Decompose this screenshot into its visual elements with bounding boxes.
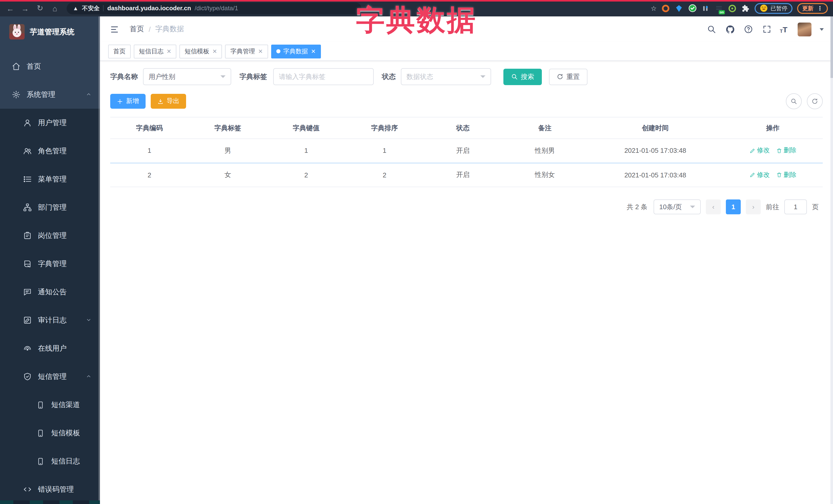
refresh-button[interactable] — [807, 93, 823, 109]
extension-icon[interactable] — [728, 4, 737, 13]
sidebar-item-home[interactable]: 首页 — [0, 52, 100, 80]
tab-home[interactable]: 首页 — [108, 44, 131, 58]
tab-label: 短信日志 — [139, 47, 164, 56]
home-icon — [11, 62, 21, 71]
profile-chip[interactable]: 已暂停 — [755, 3, 792, 14]
edit-link[interactable]: 修改 — [749, 146, 770, 155]
delete-link[interactable]: 删除 — [776, 170, 796, 179]
code-icon — [23, 485, 32, 494]
sidebar-item-system[interactable]: 系统管理 — [0, 80, 100, 109]
extensions-puzzle-icon[interactable] — [741, 4, 750, 13]
cell-actions: 修改删除 — [723, 163, 823, 187]
logo[interactable]: 芋道管理系统 — [0, 17, 100, 47]
hamburger-icon[interactable] — [109, 24, 120, 34]
sidebar-bottom-scrollbar[interactable] — [0, 500, 100, 504]
delete-link[interactable]: 删除 — [776, 146, 796, 155]
breadcrumb-home[interactable]: 首页 — [130, 25, 144, 34]
close-icon[interactable]: ✕ — [258, 48, 263, 55]
dict-label-input[interactable] — [279, 73, 368, 80]
goto-page-input[interactable] — [784, 199, 807, 214]
sidebar-item-error-code[interactable]: 错误码管理 — [0, 475, 100, 503]
sidebar-item-sms[interactable]: 短信管理 — [0, 362, 100, 391]
breadcrumb-current: 字典数据 — [155, 25, 184, 34]
dict-name-value: 用户性别 — [149, 72, 175, 81]
app-title: 芋道管理系统 — [30, 27, 74, 37]
sidebar-item-notices[interactable]: 通知公告 — [0, 278, 100, 306]
help-icon[interactable] — [743, 25, 754, 34]
sidebar-item-label: 用户管理 — [38, 118, 92, 127]
forward-icon[interactable]: → — [20, 4, 30, 13]
back-icon[interactable]: ← — [5, 4, 15, 13]
tab-sms-log[interactable]: 短信日志 ✕ — [134, 44, 176, 58]
security-label[interactable]: 不安全 — [82, 4, 100, 12]
plus-icon — [117, 98, 123, 104]
sidebar-item-users[interactable]: 用户管理 — [0, 109, 100, 137]
sidebar-item-posts[interactable]: 岗位管理 — [0, 221, 100, 250]
sidebar-item-menus[interactable]: 菜单管理 — [0, 165, 100, 193]
search-button[interactable]: 搜索 — [503, 68, 542, 85]
fullscreen-icon[interactable] — [761, 25, 773, 34]
extension-icon[interactable] — [688, 4, 697, 13]
status-select[interactable]: 数据状态 — [401, 68, 491, 85]
page-size-select[interactable]: 10条/页 — [653, 199, 701, 214]
table-row[interactable]: 2 女 2 2 开启 性别女 2021-01-05 17:03:48 修改删除 — [110, 163, 823, 187]
sidebar-item-departments[interactable]: 部门管理 — [0, 193, 100, 221]
export-button[interactable]: 导出 — [151, 94, 186, 109]
edit-link[interactable]: 修改 — [749, 170, 770, 179]
dict-name-select[interactable]: 用户性别 — [143, 68, 231, 85]
table-row[interactable]: 1 男 1 1 开启 性别男 2021-01-05 17:03:48 修改删除 — [110, 139, 823, 163]
cell-remark: 性别男 — [502, 139, 588, 163]
address-bar[interactable]: ▲ 不安全 dashboard.yudao.iocoder.cn/dict/ty… — [67, 2, 361, 14]
toggle-search-button[interactable] — [786, 93, 802, 109]
current-page-button[interactable]: 1 — [726, 199, 741, 214]
next-page-button[interactable]: › — [746, 199, 761, 214]
pencil-icon — [749, 172, 755, 178]
home-nav-icon[interactable]: ⌂ — [50, 4, 60, 13]
dict-label-input-wrap — [273, 68, 374, 85]
prev-page-button[interactable]: ‹ — [706, 199, 721, 214]
add-button[interactable]: 新增 — [110, 94, 146, 109]
close-icon[interactable]: ✕ — [311, 48, 315, 55]
column-header: 创建时间 — [588, 117, 723, 139]
sidebar-item-dict[interactable]: 字典管理 — [0, 250, 100, 278]
reset-button[interactable]: 重置 — [549, 68, 588, 85]
avatar[interactable] — [798, 22, 811, 36]
status-placeholder: 数据状态 — [406, 72, 433, 81]
menu-list-icon — [23, 175, 32, 184]
search-icon — [511, 73, 518, 80]
chevron-down-icon — [86, 316, 92, 324]
on-badge: on — [719, 10, 725, 14]
extension-icon[interactable]: on — [715, 4, 723, 13]
search-icon[interactable] — [706, 25, 717, 34]
online-user-icon — [23, 344, 32, 353]
sidebar-item-sms-log[interactable]: 短信日志 — [0, 447, 100, 475]
extension-icon[interactable] — [661, 4, 670, 13]
extension-icon[interactable] — [701, 4, 710, 13]
chevron-up-icon — [86, 91, 92, 99]
sidebar-item-sms-template[interactable]: 短信模板 — [0, 419, 100, 447]
tab-dict-manage[interactable]: 字典管理 ✕ — [225, 44, 268, 58]
sidebar-item-roles[interactable]: 角色管理 — [0, 137, 100, 165]
tab-sms-template[interactable]: 短信模板 ✕ — [180, 44, 222, 58]
column-header: 字典编码 — [110, 117, 189, 139]
chevron-down-icon[interactable] — [820, 28, 824, 30]
github-icon[interactable] — [724, 24, 736, 34]
close-icon[interactable]: ✕ — [212, 48, 217, 55]
dict-label-label: 字典标签 — [239, 72, 267, 81]
tab-dict-data[interactable]: 字典数据 ✕ — [271, 44, 320, 58]
extension-icon[interactable] — [674, 4, 683, 13]
cell-label: 女 — [189, 163, 267, 187]
close-icon[interactable]: ✕ — [167, 48, 171, 55]
app-header: 首页 / 字典数据 TT — [100, 17, 833, 42]
page-scrollbar[interactable] — [830, 17, 833, 504]
kebab-menu-icon[interactable]: ⋮ — [817, 5, 823, 11]
sidebar-item-audit-log[interactable]: 审计日志 — [0, 306, 100, 334]
sidebar-item-online-users[interactable]: 在线用户 — [0, 334, 100, 362]
edit-label: 修改 — [757, 170, 770, 179]
sidebar-item-sms-channel[interactable]: 短信渠道 — [0, 391, 100, 419]
font-size-icon[interactable]: TT — [780, 25, 787, 33]
update-button[interactable]: 更新 ⋮ — [797, 3, 828, 14]
bookmark-star-icon[interactable]: ☆ — [651, 4, 657, 12]
reload-icon[interactable]: ↻ — [35, 4, 45, 13]
pencil-icon — [749, 147, 755, 153]
